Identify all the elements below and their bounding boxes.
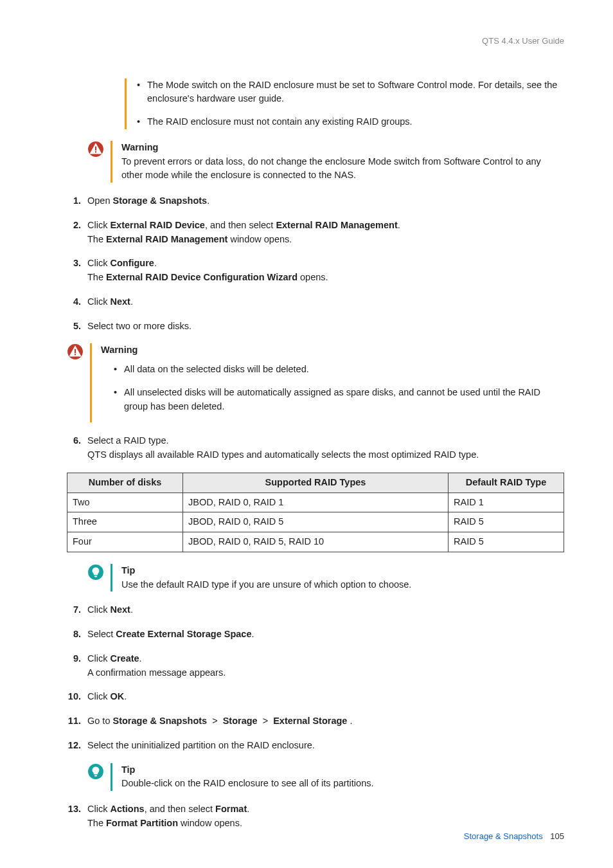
warning-bullet: All data on the selected disks will be d… — [114, 363, 564, 377]
warning-title: Warning — [101, 343, 564, 357]
warning-bullet: All unselected disks will be automatical… — [114, 386, 564, 414]
tip-callout: Tip Double-click on the RAID enclosure t… — [87, 763, 564, 791]
warning-callout: Warning To prevent errors or data loss, … — [87, 141, 564, 183]
warning-title: Warning — [121, 141, 564, 155]
step-11: Go to Storage & Snapshots > Storage > Ex… — [67, 714, 564, 728]
svg-rect-5 — [75, 354, 76, 356]
table-header: Number of disks — [67, 473, 183, 493]
warning-icon — [67, 343, 84, 360]
lightbulb-icon — [87, 763, 104, 780]
warning-icon — [87, 141, 104, 158]
step-4: Click Next. — [67, 295, 564, 309]
warning-callout: Warning All data on the selected disks w… — [67, 343, 564, 422]
svg-rect-9 — [94, 775, 97, 776]
page-header-title: QTS 4.4.x User Guide — [49, 35, 564, 48]
table-row: Four JBOD, RAID 0, RAID 5, RAID 10 RAID … — [67, 532, 564, 552]
step-6: Select a RAID type. QTS displays all ava… — [67, 434, 564, 462]
tip-text: Use the default RAID type if you are uns… — [121, 578, 564, 592]
step-5: Select two or more disks. — [67, 320, 564, 334]
step-13: Click Actions, and then select Format. T… — [67, 802, 564, 831]
table-header: Default RAID Type — [449, 473, 564, 493]
lightbulb-icon — [87, 564, 104, 581]
table-row: Three JBOD, RAID 0, RAID 5 RAID 5 — [67, 512, 564, 532]
tip-text: Double-click on the RAID enclosure to se… — [121, 777, 564, 791]
step-1: Open Storage & Snapshots. — [67, 194, 564, 208]
step-7: Click Next. — [67, 603, 564, 617]
intro-bullet: The Mode switch on the RAID enclosure mu… — [137, 78, 564, 107]
step-8: Select Create External Storage Space. — [67, 628, 564, 642]
step-10: Click OK. — [67, 690, 564, 704]
step-9: Click Create. A confirmation message app… — [67, 652, 564, 680]
tip-title: Tip — [121, 763, 564, 777]
table-row: Two JBOD, RAID 0, RAID 1 RAID 1 — [67, 493, 564, 512]
warning-text: To prevent errors or data loss, do not c… — [121, 155, 564, 183]
table-header-row: Number of disks Supported RAID Types Def… — [67, 473, 564, 493]
step-2: Click External RAID Device, and then sel… — [67, 219, 564, 247]
table-header: Supported RAID Types — [183, 473, 449, 493]
intro-note-block: The Mode switch on the RAID enclosure mu… — [125, 78, 564, 129]
svg-rect-7 — [94, 575, 97, 577]
page-footer: Storage & Snapshots 105 — [464, 830, 564, 843]
footer-page-number: 105 — [550, 831, 564, 841]
svg-rect-4 — [75, 349, 76, 354]
svg-rect-1 — [95, 146, 96, 150]
step-3: Click Configure. The External RAID Devic… — [67, 257, 564, 285]
footer-section: Storage & Snapshots — [464, 831, 543, 841]
step-12: Select the uninitialized partition on th… — [67, 739, 564, 753]
svg-rect-2 — [95, 151, 96, 152]
tip-callout: Tip Use the default RAID type if you are… — [87, 564, 564, 592]
raid-types-table: Number of disks Supported RAID Types Def… — [67, 473, 564, 552]
tip-title: Tip — [121, 564, 564, 578]
intro-bullet: The RAID enclosure must not contain any … — [137, 115, 564, 129]
